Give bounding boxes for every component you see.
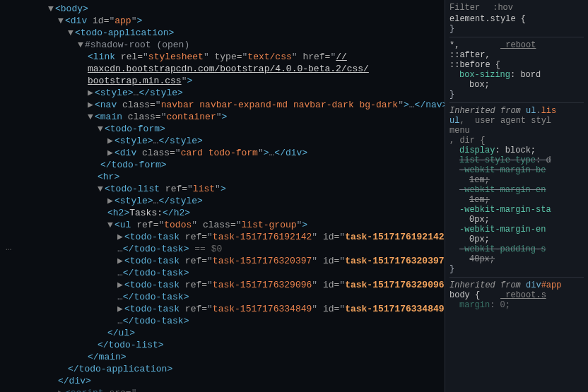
element-style-selector[interactable]: element.style { <box>449 14 584 24</box>
todo-task-1-open[interactable]: ▶<todo-task ref="task-1517176192142" id=… <box>28 231 445 243</box>
element-style-close: } <box>449 24 584 34</box>
todo-application-tag[interactable]: ▼<todo-application> <box>28 27 445 39</box>
reboot-rule[interactable]: *, _reboot ::after, ::before { box-sizin… <box>449 37 584 100</box>
main-tag[interactable]: ▼<main class="container"> <box>28 111 445 123</box>
script-tag[interactable]: ▶<script src=" <box>28 387 445 392</box>
main-close[interactable]: </main> <box>28 351 445 363</box>
todo-application-close[interactable]: </todo-application> <box>28 363 445 375</box>
ul-todos[interactable]: ▼<ul ref="todos" class="list-group"> <box>28 219 445 231</box>
todo-form-close[interactable]: </todo-form> <box>28 159 445 171</box>
ul-close[interactable]: </ul> <box>28 327 445 339</box>
todo-task-3-close[interactable]: …</todo-task> <box>28 291 445 303</box>
styles-panel[interactable]: Filter :hov element.style { } *, _reboot… <box>445 0 588 392</box>
style-collapsed-3[interactable]: ▶<style>…</style> <box>28 195 445 207</box>
todo-list-close[interactable]: </todo-list> <box>28 339 445 351</box>
styles-filter-row[interactable]: Filter :hov <box>449 3 584 13</box>
style-collapsed-1[interactable]: ▶<style>…</style> <box>28 87 445 99</box>
filter-label[interactable]: Filter <box>449 3 480 13</box>
todo-form-open[interactable]: ▼<todo-form> <box>28 123 445 135</box>
div-app-tag[interactable]: ▼<div id="app"> <box>28 15 445 27</box>
ul-ua-rule[interactable]: ul, user agent styl menu , dir { display… <box>449 116 584 274</box>
hr-tag[interactable]: <hr> <box>28 171 445 183</box>
body-tag[interactable]: ▼<body> <box>28 3 445 15</box>
style-collapsed-2[interactable]: ▶<style>…</style> <box>28 135 445 147</box>
todo-task-3-open[interactable]: ▶<todo-task ref="task-1517176329096" id=… <box>28 279 445 291</box>
inherited-div-section: Inherited from div#app <box>449 277 584 290</box>
todo-task-4-open[interactable]: ▶<todo-task ref="task-1517176334849" id=… <box>28 303 445 315</box>
link-stylesheet[interactable]: <link rel="stylesheet" type="text/css" h… <box>28 51 445 63</box>
link-stylesheet-url-1[interactable]: maxcdn.bootstrapcdn.com/bootstrap/4.0.0-… <box>28 63 445 75</box>
todo-task-2-open[interactable]: ▶<todo-task ref="task-1517176320397" id=… <box>28 255 445 267</box>
div-app-close[interactable]: </div> <box>28 375 445 387</box>
todo-task-4-close[interactable]: …</todo-task> <box>28 315 445 327</box>
elements-panel[interactable]: … ▼<body> ▼<div id="app"> ▼<todo-applica… <box>0 0 445 392</box>
collapse-dots-icon: … <box>6 242 13 253</box>
nav-tag[interactable]: ▶<nav class="navbar navbar-expand-md nav… <box>28 99 445 111</box>
div-card-todo-form[interactable]: ▶<div class="card todo-form">…</div> <box>28 147 445 159</box>
h2-tasks[interactable]: <h2>Tasks:</h2> <box>28 207 445 219</box>
hov-label[interactable]: :hov <box>493 3 513 13</box>
body-rule[interactable]: body { _reboot.s margin: 0; <box>449 290 584 310</box>
shadow-root[interactable]: ▼#shadow-root (open) <box>28 39 445 51</box>
todo-list-open[interactable]: ▼<todo-list ref="list"> <box>28 183 445 195</box>
todo-task-1-close[interactable]: …</todo-task> == $0 <box>28 243 445 255</box>
link-stylesheet-url-2[interactable]: bootstrap.min.css"> <box>28 75 445 87</box>
todo-task-2-close[interactable]: …</todo-task> <box>28 267 445 279</box>
inherited-ul-section: Inherited from ul.lis <box>449 102 584 116</box>
